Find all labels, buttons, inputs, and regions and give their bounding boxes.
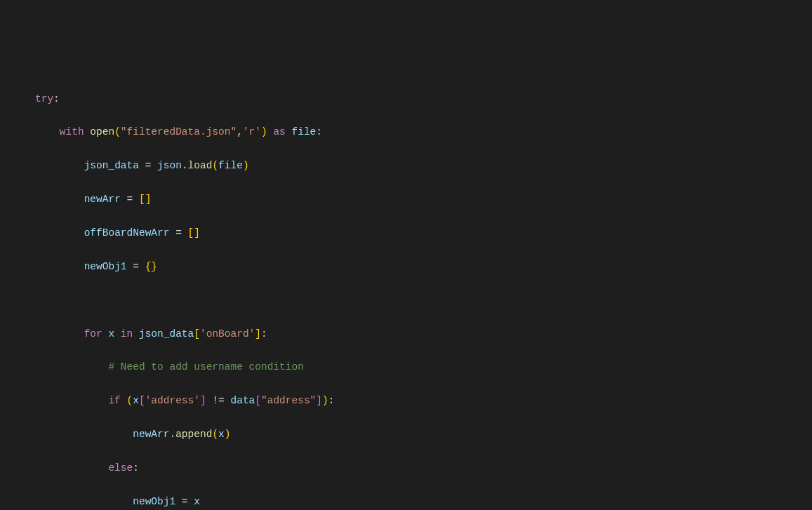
- code-line[interactable]: for x in json_data['onBoard']:: [0, 326, 812, 343]
- variable: json: [157, 160, 182, 171]
- variable: newObj1: [133, 496, 175, 507]
- variable: x: [133, 395, 139, 406]
- keyword-in: in: [121, 328, 133, 340]
- code-line[interactable]: if (x['address'] != data["address"]):: [0, 393, 812, 410]
- variable-file: file: [292, 126, 317, 137]
- function-append: append: [175, 429, 212, 440]
- keyword-try: try: [35, 93, 53, 105]
- variable: json_data: [84, 160, 139, 171]
- colon: :: [53, 93, 60, 105]
- string-literal: 'r': [243, 126, 261, 137]
- variable: newArr: [84, 194, 121, 205]
- code-line[interactable]: [0, 293, 812, 309]
- code-line[interactable]: json_data = json.load(file): [0, 158, 812, 175]
- comment: # Need to add username condition: [108, 361, 303, 373]
- variable: json_data: [139, 328, 194, 340]
- keyword-for: for: [84, 328, 102, 340]
- keyword-as: as: [273, 126, 285, 137]
- code-line[interactable]: newObj1 = x: [0, 494, 812, 510]
- variable: newArr: [133, 429, 169, 440]
- variable: x: [194, 496, 200, 507]
- variable: file: [218, 160, 243, 171]
- code-editor[interactable]: try: with open("filteredData.json",'r') …: [0, 74, 812, 510]
- code-line[interactable]: offBoardNewArr = []: [0, 225, 812, 242]
- keyword-else: else: [108, 462, 133, 474]
- function-load: load: [188, 160, 213, 171]
- string-literal: 'address': [145, 395, 200, 406]
- code-line[interactable]: newObj1 = {}: [0, 259, 812, 276]
- variable: data: [230, 395, 255, 406]
- string-literal: "address": [261, 395, 316, 406]
- code-line[interactable]: newArr = []: [0, 192, 812, 208]
- code-line[interactable]: try:: [0, 91, 812, 108]
- string-literal: "filteredData.json": [121, 126, 237, 137]
- code-line[interactable]: else:: [0, 460, 812, 477]
- function-open: open: [90, 126, 114, 137]
- variable: x: [108, 328, 114, 340]
- variable: offBoardNewArr: [84, 227, 170, 239]
- variable: newObj1: [84, 261, 127, 272]
- code-line[interactable]: # Need to add username condition: [0, 359, 812, 376]
- keyword-with: with: [60, 126, 84, 137]
- code-line[interactable]: newArr.append(x): [0, 427, 812, 443]
- variable: x: [218, 429, 225, 440]
- keyword-if: if: [108, 395, 120, 406]
- code-line[interactable]: with open("filteredData.json",'r') as fi…: [0, 124, 812, 141]
- string-literal: 'onBoard': [200, 328, 255, 340]
